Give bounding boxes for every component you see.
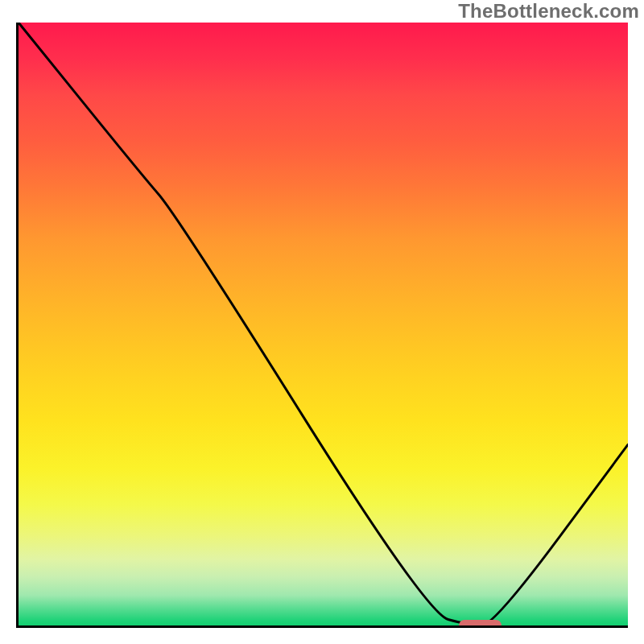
chart-plot-area [16,23,628,628]
watermark-text: TheBottleneck.com [458,0,639,23]
chart-curve-svg [19,23,628,625]
bottleneck-curve-path [19,23,628,625]
optimal-range-marker [459,620,502,628]
